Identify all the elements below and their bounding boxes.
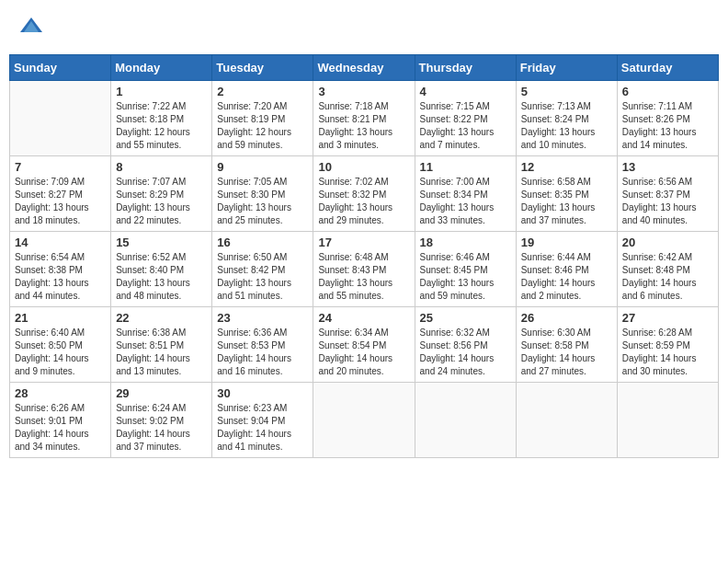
day-cell: 4Sunrise: 7:15 AM Sunset: 8:22 PM Daylig…: [415, 81, 516, 156]
weekday-header-tuesday: Tuesday: [212, 55, 313, 81]
week-row-4: 21Sunrise: 6:40 AM Sunset: 8:50 PM Dayli…: [10, 307, 719, 383]
day-cell: 8Sunrise: 7:07 AM Sunset: 8:29 PM Daylig…: [111, 156, 212, 232]
day-cell: 11Sunrise: 7:00 AM Sunset: 8:34 PM Dayli…: [415, 156, 516, 232]
day-cell: 1Sunrise: 7:22 AM Sunset: 8:18 PM Daylig…: [111, 81, 212, 156]
day-cell: 16Sunrise: 6:50 AM Sunset: 8:42 PM Dayli…: [212, 232, 313, 307]
day-number: 7: [15, 160, 106, 174]
weekday-header-row: SundayMondayTuesdayWednesdayThursdayFrid…: [10, 55, 719, 81]
day-cell: 14Sunrise: 6:54 AM Sunset: 8:38 PM Dayli…: [10, 232, 111, 307]
day-cell: 21Sunrise: 6:40 AM Sunset: 8:50 PM Dayli…: [10, 307, 111, 383]
day-info: Sunrise: 7:09 AM Sunset: 8:27 PM Dayligh…: [15, 176, 106, 227]
day-cell: [313, 383, 415, 458]
day-number: 22: [116, 311, 207, 325]
day-cell: 18Sunrise: 6:46 AM Sunset: 8:45 PM Dayli…: [415, 232, 516, 307]
weekday-header-wednesday: Wednesday: [313, 55, 415, 81]
calendar-table: SundayMondayTuesdayWednesdayThursdayFrid…: [9, 54, 719, 458]
day-number: 20: [622, 236, 713, 249]
week-row-2: 7Sunrise: 7:09 AM Sunset: 8:27 PM Daylig…: [10, 156, 719, 232]
day-info: Sunrise: 6:44 AM Sunset: 8:46 PM Dayligh…: [521, 251, 612, 303]
day-number: 14: [15, 236, 106, 249]
day-number: 2: [217, 85, 308, 98]
day-info: Sunrise: 6:30 AM Sunset: 8:58 PM Dayligh…: [521, 327, 612, 378]
day-info: Sunrise: 7:15 AM Sunset: 8:22 PM Dayligh…: [420, 100, 511, 152]
day-cell: 13Sunrise: 6:56 AM Sunset: 8:37 PM Dayli…: [617, 156, 718, 232]
day-cell: 5Sunrise: 7:13 AM Sunset: 8:24 PM Daylig…: [516, 81, 617, 156]
weekday-header-sunday: Sunday: [10, 55, 111, 81]
day-info: Sunrise: 6:58 AM Sunset: 8:35 PM Dayligh…: [521, 176, 612, 227]
day-cell: 24Sunrise: 6:34 AM Sunset: 8:54 PM Dayli…: [313, 307, 415, 383]
day-cell: 23Sunrise: 6:36 AM Sunset: 8:53 PM Dayli…: [212, 307, 313, 383]
weekday-header-friday: Friday: [516, 55, 617, 81]
day-info: Sunrise: 6:26 AM Sunset: 9:01 PM Dayligh…: [15, 402, 106, 454]
day-number: 30: [217, 386, 308, 400]
day-number: 5: [521, 85, 612, 98]
day-number: 24: [318, 311, 409, 325]
day-cell: 22Sunrise: 6:38 AM Sunset: 8:51 PM Dayli…: [111, 307, 212, 383]
day-number: 12: [521, 160, 612, 174]
day-cell: 9Sunrise: 7:05 AM Sunset: 8:30 PM Daylig…: [212, 156, 313, 232]
day-cell: 10Sunrise: 7:02 AM Sunset: 8:32 PM Dayli…: [313, 156, 415, 232]
day-info: Sunrise: 6:36 AM Sunset: 8:53 PM Dayligh…: [217, 327, 308, 378]
day-info: Sunrise: 7:05 AM Sunset: 8:30 PM Dayligh…: [217, 176, 308, 227]
day-number: 10: [318, 160, 409, 174]
weekday-header-thursday: Thursday: [415, 55, 516, 81]
day-info: Sunrise: 6:38 AM Sunset: 8:51 PM Dayligh…: [116, 327, 207, 378]
day-cell: 28Sunrise: 6:26 AM Sunset: 9:01 PM Dayli…: [10, 383, 111, 458]
day-info: Sunrise: 6:52 AM Sunset: 8:40 PM Dayligh…: [116, 251, 207, 303]
day-cell: 19Sunrise: 6:44 AM Sunset: 8:46 PM Dayli…: [516, 232, 617, 307]
day-number: 16: [217, 236, 308, 249]
day-cell: 6Sunrise: 7:11 AM Sunset: 8:26 PM Daylig…: [617, 81, 718, 156]
logo-text: [18, 14, 42, 40]
day-cell: [10, 81, 111, 156]
day-info: Sunrise: 6:24 AM Sunset: 9:02 PM Dayligh…: [116, 402, 207, 454]
day-info: Sunrise: 7:00 AM Sunset: 8:34 PM Dayligh…: [420, 176, 511, 227]
day-cell: 12Sunrise: 6:58 AM Sunset: 8:35 PM Dayli…: [516, 156, 617, 232]
day-number: 1: [116, 85, 207, 98]
weekday-header-saturday: Saturday: [617, 55, 718, 81]
day-number: 27: [622, 311, 713, 325]
day-info: Sunrise: 7:22 AM Sunset: 8:18 PM Dayligh…: [116, 100, 207, 152]
day-cell: [415, 383, 516, 458]
day-info: Sunrise: 6:56 AM Sunset: 8:37 PM Dayligh…: [622, 176, 713, 227]
day-info: Sunrise: 6:42 AM Sunset: 8:48 PM Dayligh…: [622, 251, 713, 303]
day-number: 29: [116, 386, 207, 400]
day-info: Sunrise: 7:18 AM Sunset: 8:21 PM Dayligh…: [318, 100, 409, 152]
day-number: 4: [420, 85, 511, 98]
day-cell: 15Sunrise: 6:52 AM Sunset: 8:40 PM Dayli…: [111, 232, 212, 307]
day-number: 28: [15, 386, 106, 400]
day-cell: 27Sunrise: 6:28 AM Sunset: 8:59 PM Dayli…: [617, 307, 718, 383]
day-info: Sunrise: 6:23 AM Sunset: 9:04 PM Dayligh…: [217, 402, 308, 454]
day-cell: 3Sunrise: 7:18 AM Sunset: 8:21 PM Daylig…: [313, 81, 415, 156]
day-number: 8: [116, 160, 207, 174]
week-row-3: 14Sunrise: 6:54 AM Sunset: 8:38 PM Dayli…: [10, 232, 719, 307]
day-info: Sunrise: 6:54 AM Sunset: 8:38 PM Dayligh…: [15, 251, 106, 303]
week-row-1: 1Sunrise: 7:22 AM Sunset: 8:18 PM Daylig…: [10, 81, 719, 156]
page-header: [9, 9, 719, 45]
day-number: 13: [622, 160, 713, 174]
day-info: Sunrise: 6:32 AM Sunset: 8:56 PM Dayligh…: [420, 327, 511, 378]
day-cell: [516, 383, 617, 458]
day-cell: 26Sunrise: 6:30 AM Sunset: 8:58 PM Dayli…: [516, 307, 617, 383]
day-info: Sunrise: 7:07 AM Sunset: 8:29 PM Dayligh…: [116, 176, 207, 227]
day-info: Sunrise: 6:50 AM Sunset: 8:42 PM Dayligh…: [217, 251, 308, 303]
day-cell: 20Sunrise: 6:42 AM Sunset: 8:48 PM Dayli…: [617, 232, 718, 307]
day-number: 19: [521, 236, 612, 249]
day-number: 15: [116, 236, 207, 249]
day-cell: 29Sunrise: 6:24 AM Sunset: 9:02 PM Dayli…: [111, 383, 212, 458]
day-info: Sunrise: 7:11 AM Sunset: 8:26 PM Dayligh…: [622, 100, 713, 152]
week-row-5: 28Sunrise: 6:26 AM Sunset: 9:01 PM Dayli…: [10, 383, 719, 458]
day-number: 26: [521, 311, 612, 325]
day-info: Sunrise: 7:02 AM Sunset: 8:32 PM Dayligh…: [318, 176, 409, 227]
day-cell: 30Sunrise: 6:23 AM Sunset: 9:04 PM Dayli…: [212, 383, 313, 458]
day-number: 9: [217, 160, 308, 174]
day-info: Sunrise: 6:48 AM Sunset: 8:43 PM Dayligh…: [318, 251, 409, 303]
day-cell: 17Sunrise: 6:48 AM Sunset: 8:43 PM Dayli…: [313, 232, 415, 307]
day-cell: 25Sunrise: 6:32 AM Sunset: 8:56 PM Dayli…: [415, 307, 516, 383]
day-cell: [617, 383, 718, 458]
day-number: 11: [420, 160, 511, 174]
day-number: 6: [622, 85, 713, 98]
day-cell: 7Sunrise: 7:09 AM Sunset: 8:27 PM Daylig…: [10, 156, 111, 232]
day-info: Sunrise: 6:40 AM Sunset: 8:50 PM Dayligh…: [15, 327, 106, 378]
day-number: 17: [318, 236, 409, 249]
day-info: Sunrise: 6:34 AM Sunset: 8:54 PM Dayligh…: [318, 327, 409, 378]
